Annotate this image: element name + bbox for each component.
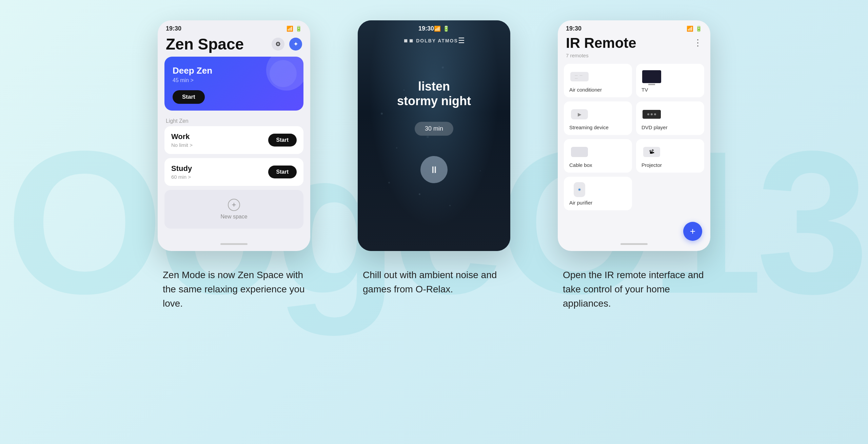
device-card-purifier[interactable]: Air purifier: [564, 177, 632, 210]
deep-zen-card: Deep Zen 45 min > Start: [164, 57, 303, 111]
tv-icon: [642, 70, 661, 83]
dolby-text: DOLBY ATMOS: [416, 38, 458, 43]
ir-remote-subtitle: 7 remotes: [566, 53, 636, 58]
wifi-icon: 📶: [287, 25, 293, 32]
dvd-icon: [643, 110, 661, 119]
music-inner: 19:30 📶 🔋 ⏹⏹ DOLBY ATMOS ☰ lis: [358, 20, 510, 251]
battery-icon: 🔋: [295, 25, 302, 32]
deep-zen-duration: 45 min >: [173, 77, 295, 83]
music-menu-icon[interactable]: ☰: [458, 36, 465, 45]
ir-status-bar: 19:30 📶 🔋: [558, 20, 710, 35]
streaming-device-name: Streaming device: [569, 124, 627, 130]
profile-icon[interactable]: ✦: [289, 38, 302, 51]
ir-battery-icon: 🔋: [695, 25, 702, 32]
device-card-dvd[interactable]: DVD player: [636, 101, 704, 135]
new-space-card[interactable]: + New space: [164, 190, 303, 229]
tv-icon-area: [642, 70, 662, 83]
phone3-wrapper: 19:30 📶 🔋 IR Remote 7 remotes ⋮: [558, 20, 710, 311]
ir-add-device-fab[interactable]: +: [683, 222, 702, 241]
ir-remote-title: IR Remote: [566, 35, 636, 51]
music-status-icons: 📶 🔋: [434, 25, 450, 32]
dolby-badge: ⏹⏹ DOLBY ATMOS: [403, 38, 458, 43]
zen-space-phone: 19:30 📶 🔋 Zen Space ⚙ ✦ Deep Zen 45 min …: [158, 20, 310, 251]
ir-device-grid: Air conditioner TV ▶ Streaming device: [558, 64, 710, 210]
ir-status-icons: 📶 🔋: [687, 25, 702, 32]
zen-status-icons: 📶 🔋: [287, 25, 302, 32]
purifier-device-name: Air purifier: [569, 200, 627, 206]
work-card-limit: No limit >: [171, 142, 193, 148]
music-song-title: listen stormy night: [383, 52, 485, 118]
device-card-tv[interactable]: TV: [636, 64, 704, 97]
work-card-name: Work: [171, 132, 193, 141]
study-card-limit: 60 min >: [171, 174, 192, 180]
dvd-icon-area: [642, 108, 662, 121]
device-card-projector[interactable]: 📽 Projector: [636, 139, 704, 173]
study-card-info: Study 60 min >: [171, 164, 192, 180]
light-zen-label: Light Zen: [158, 115, 310, 126]
tv-device-name: TV: [642, 87, 699, 93]
music-song-line1: listen: [397, 79, 471, 94]
device-card-cable[interactable]: Cable box: [564, 139, 632, 173]
pause-icon: ⏸: [429, 164, 439, 175]
projector-icon: 📽: [643, 147, 660, 157]
ir-description: Open the IR remote interface and take co…: [563, 268, 705, 311]
music-status-time: 19:30: [418, 25, 434, 32]
new-space-plus-icon: +: [228, 199, 240, 211]
ac-icon: [570, 72, 589, 81]
ir-add-icon: +: [690, 226, 695, 237]
cable-icon-area: [569, 145, 590, 159]
music-play-button[interactable]: ⏸: [420, 156, 448, 183]
cable-icon: [571, 147, 588, 157]
music-player-phone: 19:30 📶 🔋 ⏹⏹ DOLBY ATMOS ☰ lis: [358, 20, 510, 251]
ir-scroll-indicator: [620, 243, 648, 245]
music-status-bar: 19:30 📶 🔋: [410, 20, 458, 35]
study-card-name: Study: [171, 164, 192, 173]
zen-space-title: Zen Space: [166, 35, 244, 53]
device-card-streaming[interactable]: ▶ Streaming device: [564, 101, 632, 135]
ir-remote-phone: 19:30 📶 🔋 IR Remote 7 remotes ⋮: [558, 20, 710, 251]
ac-device-name: Air conditioner: [569, 87, 627, 93]
purifier-icon-area: [569, 183, 590, 196]
music-description: Chill out with ambient noise and games f…: [363, 268, 505, 296]
streaming-icon: ▶: [571, 109, 588, 119]
music-top-bar: ⏹⏹ DOLBY ATMOS ☰: [395, 35, 473, 52]
zen-description: Zen Mode is now Zen Space with the same …: [163, 268, 305, 311]
study-card: Study 60 min > Start: [164, 158, 303, 186]
ir-title-block: IR Remote 7 remotes: [566, 35, 636, 58]
ir-header: IR Remote 7 remotes ⋮: [558, 35, 710, 64]
projector-device-name: Projector: [642, 162, 699, 168]
cable-device-name: Cable box: [569, 162, 627, 168]
streaming-icon-area: ▶: [569, 108, 590, 121]
ac-icon-area: [569, 70, 590, 83]
new-space-label: New space: [220, 214, 247, 220]
deep-zen-title: Deep Zen: [173, 65, 295, 76]
phone2-wrapper: 19:30 📶 🔋 ⏹⏹ DOLBY ATMOS ☰ lis: [358, 20, 510, 296]
projector-icon-area: 📽: [642, 145, 662, 159]
study-start-button[interactable]: Start: [268, 166, 297, 178]
dvd-device-name: DVD player: [642, 124, 699, 130]
ir-status-time: 19:30: [566, 25, 581, 32]
device-card-ac[interactable]: Air conditioner: [564, 64, 632, 97]
zen-status-time: 19:30: [166, 25, 181, 32]
music-battery-icon: 🔋: [443, 25, 450, 32]
ir-more-options-icon[interactable]: ⋮: [693, 35, 702, 48]
music-timer-button[interactable]: 30 min: [415, 122, 453, 136]
settings-icon[interactable]: ⚙: [272, 38, 284, 51]
dolby-icon: ⏹⏹: [403, 38, 414, 43]
phones-container: 19:30 📶 🔋 Zen Space ⚙ ✦ Deep Zen 45 min …: [0, 0, 868, 311]
purifier-icon: [574, 182, 585, 197]
music-wifi-icon: 📶: [434, 25, 441, 32]
work-start-button[interactable]: Start: [268, 134, 297, 147]
zen-status-bar: 19:30 📶 🔋: [158, 20, 310, 35]
scroll-indicator: [220, 243, 248, 245]
work-card: Work No limit > Start: [164, 126, 303, 154]
zen-header: Zen Space ⚙ ✦: [158, 35, 310, 57]
deep-zen-start-button[interactable]: Start: [173, 90, 205, 104]
music-song-line2: stormy night: [397, 94, 471, 108]
work-card-info: Work No limit >: [171, 132, 193, 148]
phone1-wrapper: 19:30 📶 🔋 Zen Space ⚙ ✦ Deep Zen 45 min …: [158, 20, 310, 311]
ir-wifi-icon: 📶: [687, 25, 693, 32]
zen-header-icons: ⚙ ✦: [272, 38, 302, 51]
